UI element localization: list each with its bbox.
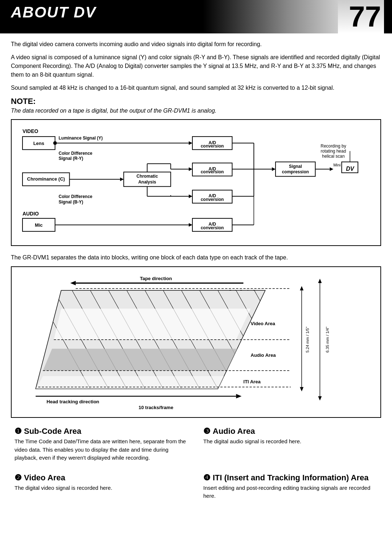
svg-text:compression: compression	[282, 169, 309, 174]
body-paragraph-3: Sound sampled at 48 kHz is changed to a …	[11, 84, 381, 92]
section-1-title: Sub-Code Area	[24, 427, 81, 436]
svg-marker-11	[120, 177, 124, 181]
section-3-title: Audio Area	[213, 427, 255, 436]
section-2-number: ❷	[15, 473, 22, 483]
svg-text:Head tracking direction: Head tracking direction	[46, 399, 99, 404]
svg-text:Signal: Signal	[289, 164, 302, 169]
luminance-signal-label: Luminance Signal (Y)	[59, 136, 103, 141]
svg-text:Color Difference: Color Difference	[59, 194, 93, 199]
video-label: VIDEO	[23, 128, 38, 134]
svg-marker-101	[318, 396, 322, 400]
note-section: NOTE: The data recorded on a tape is dig…	[11, 97, 381, 114]
signal-flow-svg: VIDEO Lens Luminance Signal (Y) A/D	[19, 126, 373, 238]
track-diagram-svg: Tape direction Sub-Code Area	[17, 272, 375, 411]
svg-marker-43	[330, 167, 333, 171]
track-diagram-box: Tape direction Sub-Code Area	[11, 266, 381, 418]
section-2-body: The digital video signal is recorded her…	[15, 484, 189, 492]
svg-text:Video Area: Video Area	[251, 320, 275, 326]
svg-text:Mini: Mini	[333, 163, 340, 167]
svg-text:conversion: conversion	[201, 225, 224, 230]
svg-text:Signal (R-Y): Signal (R-Y)	[59, 156, 83, 161]
svg-text:Chrominance (C): Chrominance (C)	[27, 176, 65, 182]
svg-marker-3	[189, 141, 192, 145]
svg-text:rotating head: rotating head	[321, 149, 346, 154]
svg-text:Mic: Mic	[35, 222, 43, 228]
svg-text:conversion: conversion	[201, 169, 224, 174]
svg-marker-100	[318, 279, 322, 283]
svg-text:Signal (B-Y): Signal (B-Y)	[59, 199, 83, 205]
svg-text:conversion: conversion	[201, 197, 224, 202]
black-tab	[384, 0, 392, 33]
section-3: ❸ Audio Area The digital audio signal is…	[203, 427, 377, 462]
page-header: ABOUT DV 77	[0, 0, 392, 33]
svg-text:Tape direction: Tape direction	[140, 276, 172, 281]
section-2-heading: ❷ Video Area	[15, 473, 189, 483]
svg-marker-96	[300, 286, 303, 290]
section-2-title: Video Area	[24, 473, 65, 483]
svg-text:Audio Area: Audio Area	[251, 352, 276, 358]
header-title-bg: ABOUT DV	[0, 0, 338, 33]
section-3-number: ❸	[203, 427, 211, 436]
svg-marker-38	[272, 167, 275, 171]
lens-label: Lens	[33, 141, 44, 146]
page-number: 77	[349, 0, 381, 33]
svg-marker-83	[43, 349, 241, 371]
svg-text:5.24 mm / 1/5": 5.24 mm / 1/5"	[305, 327, 310, 352]
section-1-number: ❶	[15, 427, 22, 436]
svg-marker-82	[54, 308, 250, 339]
section-2: ❷ Video Area The digital video signal is…	[15, 473, 189, 500]
section-4-title: ITI (Insert and Tracking Information) Ar…	[213, 473, 368, 483]
svg-marker-16	[189, 167, 192, 171]
svg-text:Recording by: Recording by	[320, 144, 346, 149]
bottom-sections: ❶ Sub-Code Area The Time Code and Date/T…	[11, 427, 381, 504]
svg-text:ITI Area: ITI Area	[244, 379, 261, 384]
signal-diagram-box: VIDEO Lens Luminance Signal (Y) A/D	[11, 119, 381, 246]
svg-marker-56	[189, 223, 192, 227]
note-heading: NOTE:	[11, 97, 381, 106]
svg-marker-63	[70, 281, 76, 285]
svg-text:AUDIO: AUDIO	[23, 211, 39, 217]
svg-text:10 tracks/frame: 10 tracks/frame	[139, 404, 173, 410]
section-4-body: Insert editing and post-recording editin…	[203, 484, 377, 500]
section-4: ❹ ITI (Insert and Tracking Information) …	[203, 473, 377, 500]
section-1: ❶ Sub-Code Area The Time Code and Date/T…	[15, 427, 189, 462]
body-paragraph-2: A video signal is composed of a luminanc…	[11, 53, 381, 79]
svg-text:DV: DV	[346, 166, 354, 172]
section-3-body: The digital audio signal is recorded her…	[203, 437, 377, 446]
section-1-body: The Time Code and Date/Time data are wri…	[15, 437, 189, 462]
separator-text: The GR-DVM1 separates the data into bloc…	[11, 253, 381, 262]
svg-marker-29	[189, 194, 192, 198]
body-paragraph-1: The digital video camera converts incomi…	[11, 40, 381, 49]
color-diff-ry-label: Color Difference	[59, 151, 93, 156]
svg-text:conversion: conversion	[201, 144, 224, 149]
svg-marker-97	[300, 387, 303, 391]
section-3-heading: ❸ Audio Area	[203, 427, 377, 436]
svg-text:Chromatic: Chromatic	[136, 174, 158, 179]
svg-text:6.35 mm / 1/4": 6.35 mm / 1/4"	[325, 327, 330, 352]
svg-marker-92	[236, 394, 241, 398]
main-content: The digital video camera converts incomi…	[0, 40, 392, 511]
svg-text:Analysis: Analysis	[138, 179, 156, 185]
note-text: The data recorded on a tape is digital, …	[11, 108, 381, 114]
svg-text:helical scan: helical scan	[322, 154, 344, 159]
page-title: ABOUT DV	[11, 4, 96, 21]
section-4-number: ❹	[203, 473, 211, 483]
section-4-heading: ❹ ITI (Insert and Tracking Information) …	[203, 473, 377, 483]
signal-diagram: VIDEO Lens Luminance Signal (Y) A/D	[19, 126, 373, 239]
section-1-heading: ❶ Sub-Code Area	[15, 427, 189, 436]
